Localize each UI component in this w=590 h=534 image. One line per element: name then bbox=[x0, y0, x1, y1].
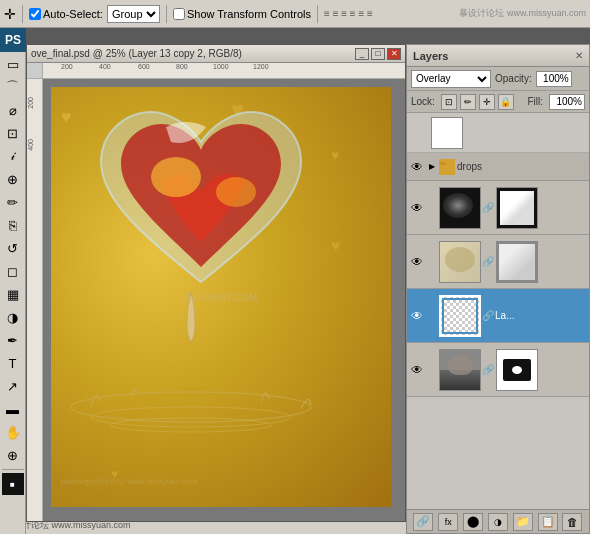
opacity-input[interactable] bbox=[536, 71, 572, 87]
zoom-tool[interactable]: ⊕ bbox=[2, 444, 24, 466]
layer2-chain: 🔗 bbox=[483, 256, 493, 267]
show-transform-label: Show Transform Controls bbox=[173, 8, 311, 20]
svg-rect-5 bbox=[440, 164, 454, 173]
crop-tool[interactable]: ⊡ bbox=[2, 122, 24, 144]
layers-title: Layers bbox=[413, 50, 448, 62]
lock-all-btn[interactable]: 🔒 bbox=[498, 94, 514, 110]
ruler-h-1200: 1200 bbox=[253, 63, 269, 70]
link-layers-btn[interactable]: 🔗 bbox=[413, 513, 433, 531]
canvas-titlebar: ove_final.psd @ 25% (Layer 13 copy 2, RG… bbox=[27, 45, 405, 63]
brush-tool[interactable]: ✏ bbox=[2, 191, 24, 213]
adjustment-layer-btn[interactable]: ◑ bbox=[488, 513, 508, 531]
layer1-mask bbox=[496, 187, 538, 229]
tool-separator bbox=[2, 469, 24, 470]
bokeh-heart-4: ♥ bbox=[331, 237, 341, 255]
layer1-thumb bbox=[439, 187, 481, 229]
watermark-center: ALFOART.COM bbox=[185, 292, 258, 303]
move-tool-icon: ✛ bbox=[4, 6, 16, 22]
path-tool[interactable]: ↗ bbox=[2, 375, 24, 397]
maximize-button[interactable]: □ bbox=[371, 48, 385, 60]
active-thumb bbox=[439, 295, 481, 337]
white-layer-row[interactable] bbox=[407, 113, 589, 153]
blend-mode-select[interactable]: Overlay bbox=[411, 70, 491, 88]
align-icons: ≡ ≡ ≡ ≡ ≡ ≡ bbox=[324, 8, 373, 19]
canvas-title: ove_final.psd @ 25% (Layer 13 copy 2, RG… bbox=[31, 48, 242, 59]
canvas-area[interactable]: ♥ ♥ ♥ ♥ ♥ bbox=[43, 79, 405, 521]
drops-group-name: drops bbox=[457, 161, 587, 172]
eyedropper-tool[interactable]: 𝒾 bbox=[2, 145, 24, 167]
wand-tool[interactable]: ⌀ bbox=[2, 99, 24, 121]
layer4-chain: 🔗 bbox=[483, 364, 493, 375]
active-chain: 🔗 bbox=[483, 310, 493, 321]
active-eye[interactable]: 👁 bbox=[409, 308, 425, 324]
lock-transparent-btn[interactable]: ⊡ bbox=[441, 94, 457, 110]
opacity-label: Opacity: bbox=[495, 73, 532, 84]
new-group-btn[interactable]: 📁 bbox=[513, 513, 533, 531]
layer1-eye[interactable]: 👁 bbox=[409, 200, 425, 216]
svg-point-3 bbox=[91, 407, 291, 427]
fill-input[interactable] bbox=[549, 94, 585, 110]
minimize-button[interactable]: _ bbox=[355, 48, 369, 60]
top-toolbar: ✛ Auto-Select: Group Show Transform Cont… bbox=[0, 0, 590, 28]
drops-expand[interactable]: ▶ bbox=[427, 162, 437, 172]
healing-tool[interactable]: ⊕ bbox=[2, 168, 24, 190]
auto-select-dropdown[interactable]: Group bbox=[107, 5, 160, 23]
lasso-tool[interactable]: ⌒ bbox=[2, 76, 24, 98]
svg-point-1 bbox=[216, 177, 256, 207]
type-tool[interactable]: T bbox=[2, 352, 24, 374]
lock-icons-group: ⊡ ✏ ✛ 🔒 bbox=[441, 94, 514, 110]
ruler-h-400: 400 bbox=[99, 63, 111, 70]
layer2-thumb bbox=[439, 241, 481, 283]
layers-list: 👁 ▶ drops 👁 🔗 👁 bbox=[407, 153, 589, 481]
layers-bottom-toolbar: 🔗 fx ⬤ ◑ 📁 📋 🗑 bbox=[407, 509, 589, 533]
layers-lock-row: Lock: ⊡ ✏ ✛ 🔒 Fill: bbox=[407, 91, 589, 113]
auto-select-label: Auto-Select: bbox=[29, 8, 103, 20]
clone-tool[interactable]: ⎘ bbox=[2, 214, 24, 236]
vertical-ruler: 200 400 bbox=[27, 79, 43, 521]
separator3 bbox=[317, 5, 318, 23]
delete-layer-btn[interactable]: 🗑 bbox=[562, 513, 582, 531]
lock-position-btn[interactable]: ✛ bbox=[479, 94, 495, 110]
drops-eye[interactable]: 👁 bbox=[409, 159, 425, 175]
auto-select-checkbox[interactable] bbox=[29, 8, 41, 20]
bokeh-heart-2: ♥ bbox=[331, 147, 339, 163]
pen-tool[interactable]: ✒ bbox=[2, 329, 24, 351]
website-watermark: 暴设计论坛 www.missyuan.com bbox=[459, 7, 586, 20]
active-layer-name: La... bbox=[495, 310, 587, 321]
layer1-chain: 🔗 bbox=[483, 202, 493, 213]
eraser-tool[interactable]: ◻ bbox=[2, 260, 24, 282]
new-layer-btn[interactable]: 📋 bbox=[538, 513, 558, 531]
close-button[interactable]: ✕ bbox=[387, 48, 401, 60]
ruler-h-600: 600 bbox=[138, 63, 150, 70]
marquee-tool[interactable]: ▭ bbox=[2, 53, 24, 75]
layer4-mask bbox=[496, 349, 538, 391]
shape-tool[interactable]: ▬ bbox=[2, 398, 24, 420]
layer-row-active[interactable]: 👁 🔗 La... bbox=[407, 289, 589, 343]
gradient-tool[interactable]: ▦ bbox=[2, 283, 24, 305]
ps-logo: PS bbox=[0, 28, 26, 52]
layer-row-1[interactable]: 👁 🔗 bbox=[407, 181, 589, 235]
show-transform-checkbox[interactable] bbox=[173, 8, 185, 20]
lock-image-btn[interactable]: ✏ bbox=[460, 94, 476, 110]
layer-effects-btn[interactable]: fx bbox=[438, 513, 458, 531]
ruler-v-200: 200 bbox=[27, 97, 34, 109]
layer-row-2[interactable]: 👁 🔗 bbox=[407, 235, 589, 289]
layers-titlebar: Layers ✕ bbox=[407, 45, 589, 67]
layer2-mask bbox=[496, 241, 538, 283]
foreground-color[interactable]: ■ bbox=[2, 473, 24, 495]
layer4-eye[interactable]: 👁 bbox=[409, 362, 425, 378]
dodge-tool[interactable]: ◑ bbox=[2, 306, 24, 328]
add-mask-btn[interactable]: ⬤ bbox=[463, 513, 483, 531]
history-tool[interactable]: ↺ bbox=[2, 237, 24, 259]
ruler-h-1000: 1000 bbox=[213, 63, 229, 70]
layers-close[interactable]: ✕ bbox=[575, 50, 583, 61]
fill-label: Fill: bbox=[527, 96, 543, 107]
ruler-h-200: 200 bbox=[61, 63, 73, 70]
hand-tool[interactable]: ✋ bbox=[2, 421, 24, 443]
drops-group-row[interactable]: 👁 ▶ drops bbox=[407, 153, 589, 181]
layer2-eye[interactable]: 👁 bbox=[409, 254, 425, 270]
left-toolbar: ✛ ▭ ⌒ ⌀ ⊡ 𝒾 ⊕ ✏ ⎘ ↺ ◻ ▦ ◑ ✒ T ↗ ▬ ✋ ⊕ ■ bbox=[0, 28, 26, 534]
layer-row-4[interactable]: 👁 🔗 bbox=[407, 343, 589, 397]
window-controls: _ □ ✕ bbox=[355, 48, 401, 60]
drops-folder-icon bbox=[439, 159, 455, 175]
